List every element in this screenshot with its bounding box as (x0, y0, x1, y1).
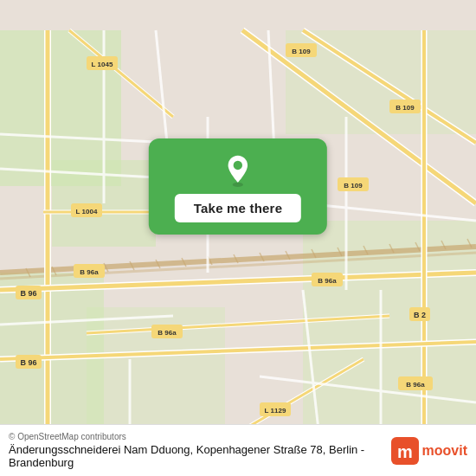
copyright-text: © OpenStreetMap contributors (9, 432, 391, 441)
bottom-info: © OpenStreetMap contributors Änderungssc… (9, 432, 391, 469)
svg-text:m: m (397, 442, 413, 461)
map-container: B 96 B 96 B 96a B 96a B 96a B 109 B 109 … (0, 0, 476, 476)
svg-text:B 109: B 109 (396, 104, 415, 112)
action-button-wrapper: Take me there (149, 138, 327, 235)
svg-text:B 96a: B 96a (406, 381, 425, 389)
svg-point-86 (233, 183, 243, 187)
moovit-brand-label: moovit (422, 443, 467, 459)
moovit-logo: m moovit (391, 437, 467, 465)
svg-text:B 109: B 109 (344, 182, 363, 190)
location-pin-icon (222, 154, 254, 187)
take-me-there-button[interactable]: Take me there (175, 194, 301, 222)
svg-text:L 1004: L 1004 (76, 208, 98, 215)
svg-point-87 (234, 161, 242, 170)
moovit-logo-icon: m (391, 437, 419, 465)
svg-text:B 109: B 109 (292, 48, 311, 55)
svg-text:B 96a: B 96a (158, 329, 177, 337)
svg-text:B 96a: B 96a (80, 268, 99, 276)
address-text: Änderungsschneiderei Nam Dduong, Kopenha… (9, 443, 391, 469)
svg-text:L 1045: L 1045 (92, 61, 113, 68)
svg-text:B 2: B 2 (414, 311, 426, 319)
map-background: B 96 B 96 B 96a B 96a B 96a B 109 B 109 … (0, 0, 476, 476)
svg-text:B 96: B 96 (20, 358, 36, 367)
bottom-bar: © OpenStreetMap contributors Änderungssc… (0, 424, 476, 476)
green-card: Take me there (149, 138, 327, 235)
svg-text:B 96: B 96 (20, 289, 36, 298)
svg-text:B 96a: B 96a (318, 277, 337, 285)
svg-text:L 1129: L 1129 (265, 407, 286, 415)
